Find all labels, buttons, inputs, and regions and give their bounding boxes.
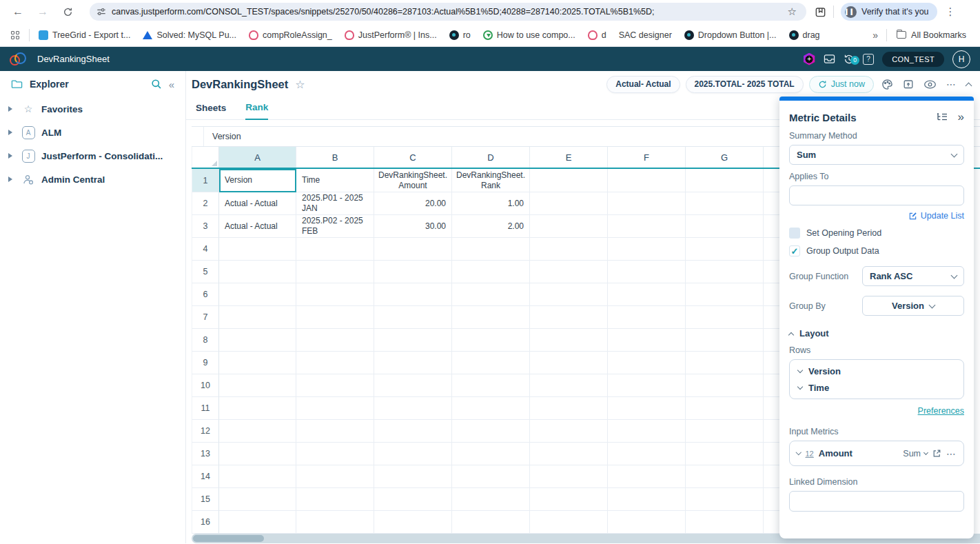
row-header[interactable]: 4 [192,238,219,261]
applies-to-input[interactable] [789,185,964,205]
grid-cell[interactable] [374,374,452,397]
row-header[interactable]: 11 [192,397,219,420]
row-header[interactable]: 10 [192,374,219,397]
grid-cell[interactable] [296,420,374,443]
grid-cell[interactable] [374,465,452,488]
grid-cell[interactable] [608,261,686,283]
grid-cell[interactable] [530,261,608,283]
grid-cell[interactable] [686,238,764,261]
grid-cell[interactable] [219,397,296,420]
grid-cell[interactable] [296,443,374,465]
sidebar-item-favorites[interactable]: ☆ Favorites [0,97,185,121]
grid-cell[interactable] [530,238,608,261]
row-header[interactable]: 5 [192,261,219,283]
visibility-icon[interactable] [921,80,939,89]
grid-cell[interactable] [452,238,530,261]
grid-cell[interactable] [374,283,452,306]
grid-cell[interactable] [219,283,296,306]
workspace-badge[interactable]: CON_TEST [882,52,944,67]
grid-cell[interactable] [686,261,764,283]
grid-cell[interactable] [452,465,530,488]
grid-cell[interactable] [296,465,374,488]
grid-cell[interactable] [452,329,530,352]
grid-cell[interactable] [686,352,764,374]
bookmark-item[interactable]: How to use compo... [483,30,575,40]
grid-cell[interactable] [686,169,764,192]
grid-cell[interactable] [530,283,608,306]
tab-rank[interactable]: Rank [245,102,268,120]
grid-cell[interactable] [374,306,452,329]
bookmark-star-icon[interactable]: ☆ [785,6,799,18]
grid-cell[interactable] [374,397,452,420]
row-header[interactable]: 9 [192,352,219,374]
bookmark-item[interactable]: compRoleAssign_ [249,30,332,40]
tree-view-icon[interactable] [936,113,948,122]
search-icon[interactable] [151,79,162,90]
grid-cell[interactable] [296,261,374,283]
refresh-status-chip[interactable]: Just now [809,76,874,93]
expander-icon[interactable] [8,153,12,159]
row-header[interactable]: 15 [192,488,219,511]
grid-cell[interactable] [530,420,608,443]
browser-menu-icon[interactable]: ⋮ [941,6,960,18]
apps-grid-icon[interactable] [11,31,19,39]
grid-cell[interactable] [608,397,686,420]
help-icon[interactable]: ? [863,54,874,65]
grid-cell[interactable] [686,215,764,238]
grid-cell[interactable] [374,488,452,511]
justperform-logo-icon[interactable] [10,52,28,66]
bookmark-item[interactable]: JustPerform® | Ins... [345,30,437,40]
grid-cell[interactable] [608,192,686,215]
favorite-star-icon[interactable]: ☆ [295,78,305,91]
grid-cell[interactable]: Actual - Actual [219,192,296,215]
select-all-corner[interactable] [192,147,219,168]
grid-cell[interactable] [219,352,296,374]
grid-cell[interactable] [530,306,608,329]
row-header[interactable]: 13 [192,443,219,465]
grid-cell[interactable] [530,352,608,374]
grid-cell[interactable] [452,306,530,329]
bookmark-item[interactable]: drag [789,30,820,40]
row-header[interactable]: 2 [192,192,219,215]
grid-cell[interactable] [686,443,764,465]
checkbox-checked-icon[interactable]: ✓ [789,245,800,256]
grid-cell[interactable] [452,397,530,420]
grid-cell[interactable] [530,465,608,488]
row-header[interactable]: 8 [192,329,219,352]
grid-cell[interactable] [219,306,296,329]
context-chip-version[interactable]: Actual- Actual [606,76,680,93]
collapse-header-icon[interactable] [964,81,973,88]
grid-cell[interactable] [530,374,608,397]
grid-cell[interactable] [608,283,686,306]
grid-cell[interactable] [530,397,608,420]
all-bookmarks-button[interactable]: All Bookmarks [897,30,966,40]
checkbox-unchecked-icon[interactable] [789,228,800,239]
row-header[interactable]: 7 [192,306,219,329]
grid-cell[interactable] [686,192,764,215]
grid-cell[interactable]: 2025.P01 - 2025 JAN [296,192,374,215]
row-header[interactable]: 3 [192,215,219,238]
grid-cell[interactable]: DevRankingSheet. Rank [452,169,530,192]
external-link-icon[interactable] [932,449,941,458]
grid-cell[interactable] [686,374,764,397]
grid-cell[interactable] [452,443,530,465]
set-opening-period-row[interactable]: Set Opening Period [789,228,964,239]
grid-cell[interactable] [374,511,452,534]
grid-cell[interactable] [608,420,686,443]
expander-icon[interactable] [8,177,12,182]
address-bar[interactable]: canvas.justperform.com/CONSOL_TEST/space… [90,3,806,21]
grid-cell[interactable] [686,511,764,534]
url-text[interactable]: canvas.justperform.com/CONSOL_TEST/space… [112,7,785,17]
avatar[interactable]: H [952,50,970,68]
grid-cell[interactable] [686,329,764,352]
grid-cell[interactable]: Version [219,169,296,192]
grid-cell[interactable] [296,329,374,352]
grid-cell[interactable] [296,374,374,397]
scrollbar-thumb[interactable] [193,535,264,542]
grid-cell[interactable] [608,329,686,352]
grid-cell[interactable] [452,283,530,306]
bookmark-item[interactable]: TreeGrid - Export t... [39,30,130,40]
grid-cell[interactable]: 30.00 [374,215,452,238]
grid-cell[interactable] [686,420,764,443]
grid-cell[interactable] [608,443,686,465]
